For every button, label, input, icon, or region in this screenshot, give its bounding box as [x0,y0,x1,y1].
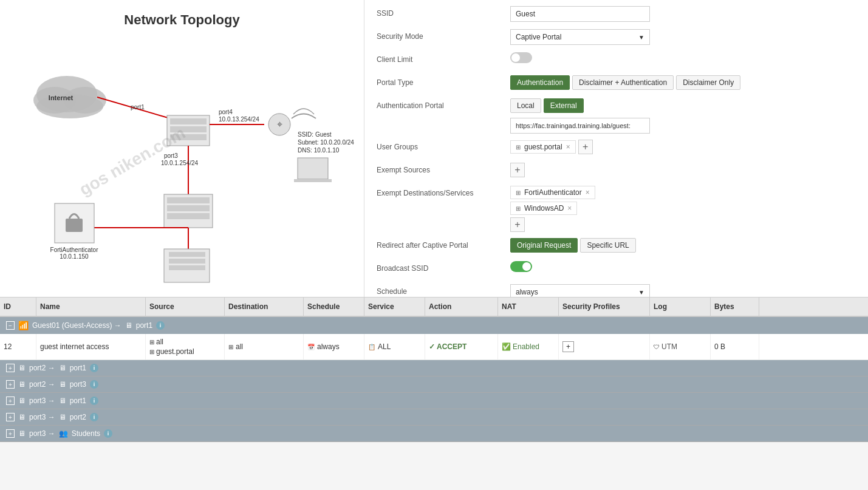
auth-portal-external-btn[interactable]: External [544,98,584,113]
user-groups-add-btn[interactable]: + [578,140,593,154]
redirect-buttons: Original Request Specific URL [510,238,856,253]
auth-portal-local-btn[interactable]: Local [510,98,541,113]
group-port3-port1-info[interactable]: i [90,396,98,405]
windowsad-remove-btn[interactable]: × [567,204,572,213]
schedule-value: always ▼ [510,284,856,297]
exempt-dest-value: ⊞ FortiAuthenticator × ⊞ WindowsAD × [510,186,856,232]
sched-label: always [317,342,340,351]
group-guest01-expand[interactable]: − [6,321,15,330]
svg-rect-26 [167,205,210,211]
broadcast-ssid-label: Broadcast SSID [377,261,510,273]
group-port3-students-info[interactable]: i [104,429,112,438]
user-group-icon: ⊞ [516,144,521,151]
port3-students-dest: Students [72,429,100,438]
group-port3-students[interactable]: + 🖥 port3 → 👥 Students i [0,426,868,442]
windowsad-icon: ⊞ [516,205,521,212]
forti-auth-name: FortiAuthenticator [524,188,582,197]
accept-label: ACCEPT [437,342,466,351]
svg-rect-19 [298,158,328,179]
td-schedule: 📅 always [304,334,364,359]
source-guest-portal: ⊞ guest.portal [149,347,194,356]
group-port3-port1-expand[interactable]: + [6,396,15,405]
exempt-dest-tag-row-2: ⊞ WindowsAD × [510,202,595,215]
auth-portal-value: Local External [510,98,856,134]
td-security-profiles[interactable]: + [559,334,650,359]
group-port2-port1[interactable]: + 🖥 port2 → 🖥 port1 i [0,360,868,376]
schedule-dropdown[interactable]: always ▼ [510,284,650,297]
toggle-knob [511,53,520,62]
auth-portal-url-input[interactable] [510,118,650,134]
group-port2-port1-expand[interactable]: + [6,364,15,372]
service-label: ALL [378,342,391,351]
exempt-dest-row: Exempt Destinations/Services ⊞ FortiAuth… [377,186,856,232]
port3-port2-dest: port2 [70,413,86,421]
col-service: Service [364,298,425,316]
ssid-input[interactable] [510,6,650,22]
source-all: ⊞ all [149,338,194,346]
schedule-selected: always [516,288,538,296]
group-guest01-port-icon: 🖥 [125,321,132,330]
security-mode-dropdown[interactable]: Captive Portal ▼ [510,29,650,45]
broadcast-ssid-value [510,261,856,272]
group-port3-port2[interactable]: + 🖥 port3 → 🖥 port2 i [0,409,868,426]
svg-rect-8 [170,118,207,124]
td-action: ✓ ACCEPT [425,334,498,359]
broadcast-ssid-toggle[interactable] [510,261,532,272]
td-id: 12 [0,334,36,359]
svg-rect-36 [169,259,205,264]
td-nat: ✅ Enabled [498,334,559,359]
source-guest-icon: ⊞ [149,349,154,355]
col-schedule: Schedule [304,298,364,316]
port2-port3-icon: 🖥 [18,380,26,389]
exempt-dest-tag-row-1: ⊞ FortiAuthenticator × [510,186,595,199]
group-port2-port3[interactable]: + 🖥 port2 → 🖥 port3 i [0,376,868,393]
group-port3-port1[interactable]: + 🖥 port3 → 🖥 port1 i [0,393,868,409]
port3-port1-icon: 🖥 [18,396,26,405]
group-port2-port3-expand[interactable]: + [6,380,15,389]
redirect-original-btn[interactable]: Original Request [510,238,578,253]
td-name: guest internet access [36,334,146,359]
portal-type-disclaimer-auth-btn[interactable]: Disclaimer + Authentication [572,75,674,90]
plus-icon[interactable]: + [562,341,574,352]
redirect-row: Redirect after Captive Portal Original R… [377,238,856,255]
col-name: Name [36,298,146,316]
broadcast-ssid-knob [522,262,531,271]
svg-text:port3: port3 [164,152,178,159]
svg-text:Internet: Internet [49,94,73,101]
portal-type-authentication-btn[interactable]: Authentication [510,75,570,90]
group-port3-port2-expand[interactable]: + [6,413,15,421]
port3-port1-dest: port1 [70,396,86,405]
exempt-dest-add-row: + [510,217,595,232]
ssid-value-container [510,6,856,22]
user-groups-tags: ⊞ guest.portal × + [510,140,593,154]
exempt-sources-add-btn[interactable]: + [510,163,525,177]
svg-text:port1: port1 [131,104,145,111]
user-group-remove-btn[interactable]: × [566,143,570,151]
source-all-icon: ⊞ [149,339,154,345]
svg-text:FortiAuthenticator: FortiAuthenticator [50,247,99,253]
table-row: 12 guest internet access ⊞ all ⊞ guest.p… [0,334,868,360]
forti-auth-remove-btn[interactable]: × [586,188,590,197]
group-port3-students-expand[interactable]: + [6,429,15,438]
svg-text:SSID: Guest: SSID: Guest [298,131,332,138]
exempt-dest-add-btn[interactable]: + [510,217,525,232]
group-port2-port3-info[interactable]: i [90,380,98,389]
log-label: UTM [661,342,677,351]
right-panel: SSID Security Mode Captive Portal ▼ Clie… [364,0,868,297]
exempt-dest-tag-fortiauth: ⊞ FortiAuthenticator × [510,186,595,199]
group-port2-port1-info[interactable]: i [90,364,98,372]
col-destination: Destination [225,298,304,316]
col-bytes: Bytes [711,298,759,316]
client-limit-toggle[interactable] [510,52,532,63]
group-guest01[interactable]: − 📶 Guest01 (Guest-Access) → 🖥 port1 i [0,317,868,334]
schedule-dropdown-arrow: ▼ [638,289,644,296]
col-security-profiles: Security Profiles [559,298,650,316]
exempt-dest-tags: ⊞ FortiAuthenticator × ⊞ WindowsAD × [510,186,595,232]
portal-type-disclaimer-only-btn[interactable]: Disclaimer Only [676,75,740,90]
port2-port1-label: port2 → [29,364,55,372]
redirect-specific-url-btn[interactable]: Specific URL [580,238,635,253]
dest-label: all [236,342,243,351]
group-port3-port2-info[interactable]: i [90,413,98,421]
group-guest01-info[interactable]: i [156,321,165,330]
td-bytes: 0 B [711,334,759,359]
